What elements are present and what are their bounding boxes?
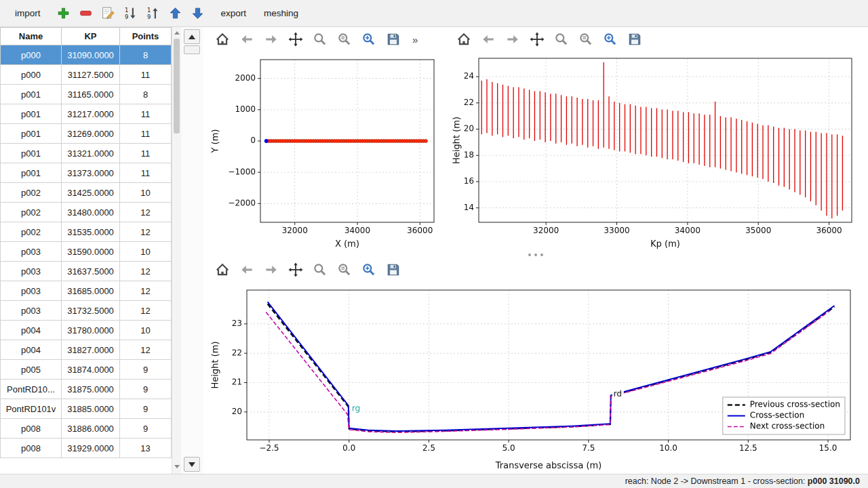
pan-icon[interactable] [288, 31, 304, 47]
main-toolbar-icons: 1919 [56, 5, 206, 22]
zoom-icon[interactable] [312, 262, 328, 278]
save-icon[interactable] [385, 31, 401, 47]
customize-icon[interactable] [361, 262, 377, 278]
panel-scroll-up-button[interactable] [184, 29, 200, 44]
save-icon[interactable] [627, 31, 643, 47]
move-down-icon[interactable] [190, 5, 206, 22]
table-cell: 31535.0000 [62, 222, 120, 242]
table-cell: 12 [120, 301, 172, 321]
cross-section-block [203, 258, 868, 474]
table-cell: 11 [120, 124, 172, 144]
table-cell: 12 [120, 340, 172, 360]
panel-scroll-down-button[interactable] [184, 457, 200, 472]
table-cell: 10 [120, 242, 172, 262]
column-header-name[interactable]: Name [1, 28, 62, 45]
scroll-down-icon [174, 465, 180, 468]
home-icon[interactable] [214, 262, 231, 278]
toolbar-overflow-button[interactable]: » [410, 34, 418, 45]
top-plots-row: » [203, 27, 868, 252]
table-row[interactable]: p00331590.000010 [1, 242, 172, 262]
table-row[interactable]: p00431780.000010 [1, 321, 172, 340]
back-icon[interactable] [239, 31, 255, 47]
cross-sections-panel: NameKPPoints p00031090.00008p00031127.50… [0, 27, 180, 474]
plan-view-toolbar: » [203, 27, 445, 52]
remove-icon[interactable] [78, 5, 94, 22]
table-scroll-up-button[interactable] [172, 28, 182, 37]
splitter-handle[interactable] [203, 252, 868, 258]
table-cell: 11 [120, 104, 172, 124]
svg-text:9: 9 [147, 14, 151, 20]
zoom-icon[interactable] [312, 31, 328, 47]
table-row[interactable]: PontRD10...31875.00009 [1, 380, 172, 399]
table-row[interactable]: p00131217.000011 [1, 104, 172, 124]
table-row[interactable]: p00031090.00008 [1, 45, 172, 65]
table-row[interactable]: p00131373.000011 [1, 163, 172, 183]
export-button[interactable]: export [213, 5, 255, 22]
forward-icon[interactable] [263, 31, 279, 47]
table-cell: 12 [120, 281, 172, 301]
home-icon[interactable] [214, 31, 231, 47]
status-cross-section-value: p000 31090.0 [808, 476, 860, 486]
column-header-kp[interactable]: KP [62, 28, 120, 45]
table-row[interactable]: p00231480.000012 [1, 203, 172, 222]
table-row[interactable]: p00531874.00009 [1, 360, 172, 380]
customize-icon[interactable] [361, 31, 377, 47]
table-row[interactable]: p00131165.00008 [1, 85, 172, 104]
table-cell: p000 [1, 65, 62, 85]
panel-scrollbar-thumb[interactable] [184, 45, 200, 54]
table-row[interactable]: p00831929.000013 [1, 439, 172, 458]
pan-icon[interactable] [529, 31, 545, 47]
subplots-icon[interactable] [336, 262, 353, 278]
table-row[interactable]: p00031127.500011 [1, 65, 172, 85]
subplots-icon[interactable] [578, 31, 594, 47]
sort-ascending-icon[interactable]: 19 [145, 5, 161, 22]
table-cell: 31929.0000 [62, 439, 120, 458]
status-reach-text: reach: Node 2 -> Downstream 1 - cross-se… [625, 476, 808, 486]
cross-section-plot[interactable] [206, 282, 860, 474]
sort-descending-icon[interactable]: 19 [123, 5, 139, 22]
meshing-button[interactable]: meshing [256, 5, 307, 22]
table-row[interactable]: p00331685.000012 [1, 281, 172, 301]
table-row[interactable]: p00131269.000011 [1, 124, 172, 144]
table-row[interactable]: p00831886.00009 [1, 419, 172, 439]
forward-icon[interactable] [263, 262, 279, 278]
save-icon[interactable] [385, 262, 401, 278]
table-scroll-down-button[interactable] [172, 462, 182, 471]
edit-icon[interactable] [100, 5, 117, 22]
forward-icon[interactable] [505, 31, 521, 47]
table-scrollbar-thumb[interactable] [174, 39, 180, 134]
longitudinal-profile-plot[interactable] [448, 52, 861, 252]
zoom-icon[interactable] [553, 31, 570, 47]
home-icon[interactable] [456, 31, 472, 47]
add-icon[interactable] [56, 5, 72, 22]
customize-icon[interactable] [602, 31, 618, 47]
column-header-points[interactable]: Points [120, 28, 172, 45]
table-row[interactable]: p00431827.000012 [1, 340, 172, 360]
move-up-icon[interactable] [167, 5, 184, 22]
table-cell: 31685.0000 [62, 281, 120, 301]
table-cell: 31480.0000 [62, 203, 120, 222]
import-button[interactable]: import [7, 5, 49, 22]
table-cell: 12 [120, 222, 172, 242]
pan-icon[interactable] [288, 262, 304, 278]
table-cell: p003 [1, 242, 62, 262]
table-row[interactable]: p00231535.000012 [1, 222, 172, 242]
splitter-dots-icon [534, 253, 537, 256]
table-scrollbar[interactable] [172, 27, 181, 474]
table-row[interactable]: p00131321.000011 [1, 144, 172, 163]
table-cell: PontRD101v [1, 399, 62, 419]
table-cell: 31425.0000 [62, 183, 120, 203]
table-cell: 9 [120, 360, 172, 380]
subplots-icon[interactable] [336, 31, 353, 47]
table-row[interactable]: p00331637.500012 [1, 262, 172, 281]
back-icon[interactable] [239, 262, 255, 278]
scroll-up-icon [174, 31, 180, 35]
table-row[interactable]: PontRD101v31885.00009 [1, 399, 172, 419]
application-window: import 1919 export meshing NameKPPoints … [0, 0, 868, 488]
table-row[interactable]: p00331732.500012 [1, 301, 172, 321]
table-cell: p003 [1, 301, 62, 321]
back-icon[interactable] [480, 31, 496, 47]
plan-view-plot[interactable] [206, 52, 443, 252]
table-cell: 31090.0000 [62, 45, 120, 65]
table-row[interactable]: p00231425.000010 [1, 183, 172, 203]
